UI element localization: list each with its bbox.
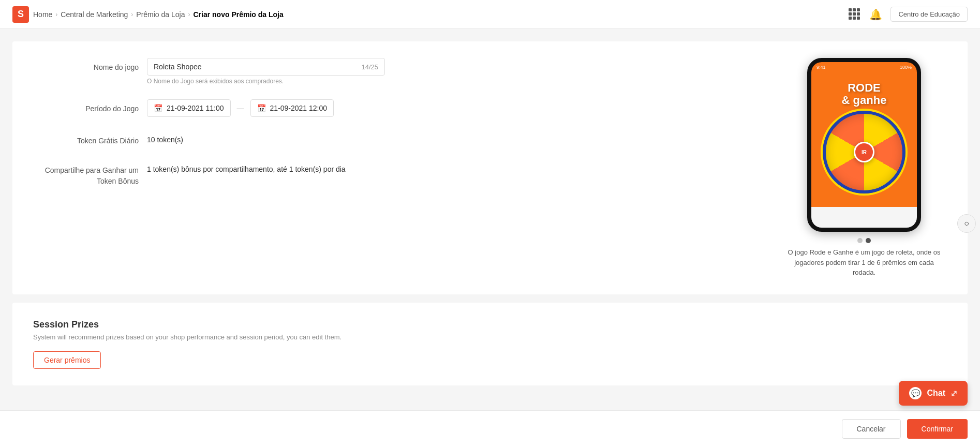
phone-game-title: RODE & ganhe bbox=[842, 82, 887, 107]
token-row: Token Grátis Diário 10 token(s) bbox=[33, 131, 761, 146]
calendar-start-icon: 📅 bbox=[154, 104, 162, 112]
share-value: 1 token(s) bônus por compartilhamento, a… bbox=[147, 161, 761, 173]
chat-widget[interactable]: Chat ⤢ bbox=[899, 381, 968, 406]
game-name-row: Nome do jogo 14/25 O Nome do Jogo será e… bbox=[33, 58, 761, 85]
session-prizes-card: Session Prizes System will recommend pri… bbox=[12, 303, 968, 385]
phone-bottom bbox=[811, 207, 917, 228]
form-section: Nome do jogo 14/25 O Nome do Jogo será e… bbox=[33, 58, 947, 278]
token-value: 10 token(s) bbox=[147, 131, 761, 144]
period-control: 📅 21-09-2021 11:00 — 📅 21-09-2021 12:00 bbox=[147, 99, 761, 117]
period-row: Período do Jogo 📅 21-09-2021 11:00 — 📅 2… bbox=[33, 99, 761, 117]
phone-battery: 100% bbox=[900, 65, 912, 70]
session-prizes-title: Session Prizes bbox=[33, 319, 947, 330]
education-center-button[interactable]: Centro de Educação bbox=[890, 7, 968, 22]
chat-expand-icon: ⤢ bbox=[951, 389, 957, 398]
share-row: Compartilhe para Ganhar um Token Bônus 1… bbox=[33, 161, 761, 187]
preview-description: O jogo Rode e Ganhe é um jogo de roleta,… bbox=[786, 247, 942, 278]
breadcrumb: Home › Central de Marketing › Prêmio da … bbox=[33, 10, 284, 19]
phone-status-bar: 9:41 100% bbox=[811, 62, 917, 72]
period-start-input[interactable]: 📅 21-09-2021 11:00 bbox=[147, 99, 231, 117]
breadcrumb-home[interactable]: Home bbox=[33, 10, 52, 19]
preview-dots bbox=[857, 238, 871, 243]
shopee-logo: S bbox=[12, 6, 29, 23]
phone-time: 9:41 bbox=[816, 65, 826, 70]
breadcrumb-marketing[interactable]: Central de Marketing bbox=[61, 10, 128, 19]
period-end-input[interactable]: 📅 21-09-2021 12:00 bbox=[250, 99, 334, 117]
form-fields: Nome do jogo 14/25 O Nome do Jogo será e… bbox=[33, 58, 761, 278]
session-prizes-subtitle: System will recommend prizes based on yo… bbox=[33, 333, 947, 341]
game-name-control: 14/25 O Nome do Jogo será exibidos aos c… bbox=[147, 58, 761, 85]
period-start-value: 21-09-2021 11:00 bbox=[167, 104, 224, 112]
gerar-premios-button[interactable]: Gerar prêmios bbox=[33, 351, 101, 369]
notification-bell-icon[interactable]: 🔔 bbox=[869, 8, 882, 21]
wheel-container: IR bbox=[823, 111, 905, 193]
support-circle-button[interactable]: ○ bbox=[957, 214, 976, 233]
chat-label: Chat bbox=[927, 389, 945, 398]
preview-dot-1[interactable] bbox=[857, 238, 863, 243]
phone-preview: 9:41 100% RODE & ganhe IR bbox=[781, 58, 947, 278]
breadcrumb-sep-2: › bbox=[131, 11, 133, 18]
phone-content: RODE & ganhe IR bbox=[811, 72, 917, 207]
game-name-label: Nome do jogo bbox=[33, 58, 147, 73]
header-actions: 🔔 Centro de Educação bbox=[849, 7, 968, 22]
token-label: Token Grátis Diário bbox=[33, 131, 147, 146]
game-name-hint: O Nome do Jogo será exibidos aos comprad… bbox=[147, 78, 761, 85]
breadcrumb-sep-3: › bbox=[188, 11, 190, 18]
period-label: Período do Jogo bbox=[33, 99, 147, 114]
token-control: 10 token(s) bbox=[147, 131, 761, 144]
share-label: Compartilhe para Ganhar um Token Bônus bbox=[33, 161, 147, 187]
wheel-center-button: IR bbox=[854, 142, 874, 162]
char-count: 14/25 bbox=[361, 63, 378, 71]
date-separator: — bbox=[237, 104, 244, 112]
chat-icon bbox=[909, 387, 922, 399]
game-name-input[interactable] bbox=[154, 63, 361, 71]
share-control: 1 token(s) bônus por compartilhamento, a… bbox=[147, 161, 761, 173]
date-range: 📅 21-09-2021 11:00 — 📅 21-09-2021 12:00 bbox=[147, 99, 761, 117]
phone-mockup: 9:41 100% RODE & ganhe IR bbox=[807, 58, 921, 232]
header: S Home › Central de Marketing › Prêmio d… bbox=[0, 0, 980, 29]
breadcrumb-sep-1: › bbox=[55, 11, 57, 18]
form-card: Nome do jogo 14/25 O Nome do Jogo será e… bbox=[12, 41, 968, 294]
breadcrumb-premio[interactable]: Prêmio da Loja bbox=[136, 10, 185, 19]
grid-icon[interactable] bbox=[849, 8, 861, 21]
period-end-value: 21-09-2021 12:00 bbox=[270, 104, 328, 112]
breadcrumb-current: Criar novo Prêmio da Loja bbox=[193, 10, 283, 19]
game-name-input-wrapper[interactable]: 14/25 bbox=[147, 58, 385, 76]
main-content: Nome do jogo 14/25 O Nome do Jogo será e… bbox=[0, 29, 980, 406]
preview-dot-2[interactable] bbox=[866, 238, 871, 243]
calendar-end-icon: 📅 bbox=[257, 104, 266, 112]
